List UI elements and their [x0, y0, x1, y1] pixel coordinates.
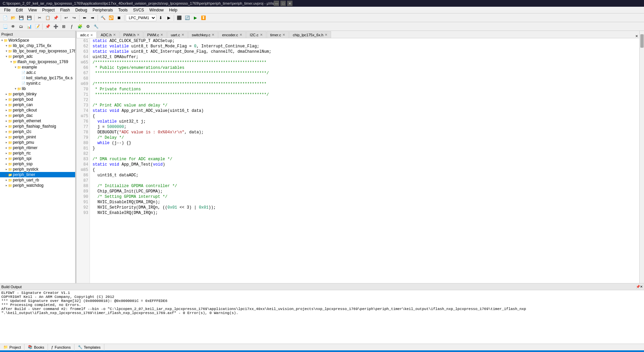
tree-item[interactable]: ▸ 📁 periph_pmu: [0, 140, 75, 145]
file-tab-PWM-h[interactable]: PWM.h✕: [120, 31, 143, 38]
rebuild-button[interactable]: 🔁: [107, 14, 115, 21]
save-button[interactable]: 💾: [17, 14, 25, 21]
watch-button[interactable]: 👁: [9, 23, 17, 30]
file-tab-ADC-h[interactable]: ADC.h✕: [97, 31, 119, 38]
tree-item[interactable]: ▸ 📁 periph_dac: [0, 113, 75, 118]
bottom-tab-templates[interactable]: 🔧Templates: [74, 344, 104, 351]
stop-button[interactable]: ⏹: [115, 14, 123, 21]
function-button[interactable]: ƒ: [68, 23, 75, 30]
tree-item[interactable]: ▸ 📁 periph_ritimer: [0, 145, 75, 150]
tree-item[interactable]: ▸ 📁 periph_can: [0, 102, 75, 107]
disassembly-button[interactable]: 📝: [34, 23, 41, 30]
menu-item-file[interactable]: File: [1, 7, 13, 13]
cut-button[interactable]: ✂: [36, 14, 43, 21]
tree-item[interactable]: 📄 keil_startup_lpc175x_6x.s: [0, 75, 75, 81]
tree-item[interactable]: ▾ 📁 periph_adc: [0, 54, 75, 59]
tree-item[interactable]: ▸ 📁 periph_ssp: [0, 161, 75, 167]
add-watch-button[interactable]: ➕: [52, 23, 59, 30]
tab-close-icon[interactable]: ✕: [137, 33, 140, 37]
tree-item[interactable]: ▸ 📁 periph_ethernet: [0, 118, 75, 124]
project-tree[interactable]: ▾ 📁 WorkSpace ▾ 📁 lib_lpc_chip_175x_6x ▾…: [0, 38, 75, 283]
save-all-button[interactable]: 💾: [25, 14, 33, 21]
right-scrollbar[interactable]: [639, 31, 644, 283]
download-button[interactable]: ⬇: [157, 14, 164, 21]
tab-close-icon[interactable]: ✕: [239, 33, 242, 37]
bottom-tab-functions[interactable]: ƒFunctions: [48, 344, 74, 351]
tree-item[interactable]: ▸ 📁 periph_flashiap_flashsig: [0, 124, 75, 129]
nav-forward-button[interactable]: ➡: [89, 14, 96, 21]
tree-item[interactable]: ▸ 📁 periph_bod: [0, 97, 75, 102]
tree-item[interactable]: ▸ 📁 periph_rtc: [0, 150, 75, 156]
fold-button[interactable]: ⊟: [81, 60, 83, 65]
run-button[interactable]: ▶: [192, 14, 199, 21]
tree-item[interactable]: ▸ 📁 periph_watchdog: [0, 183, 75, 188]
tree-item[interactable]: ▾ 📁 example: [0, 64, 75, 70]
menu-item-tools[interactable]: Tools: [116, 7, 130, 13]
menu-item-help[interactable]: Help: [166, 7, 180, 13]
tab-close-icon[interactable]: ✕: [181, 33, 184, 37]
tree-item[interactable]: ▸ 📁 periph_pinint: [0, 134, 75, 140]
tab-close-icon[interactable]: ✕: [113, 33, 116, 37]
code-content[interactable]: static ADC_CLOCK_SETUP_T ADCSetup;static…: [90, 38, 639, 283]
menu-item-flash[interactable]: Flash: [57, 7, 72, 13]
settings-button[interactable]: ⚙: [84, 23, 92, 30]
menu-item-view[interactable]: View: [25, 7, 40, 13]
build-button[interactable]: 🔨: [99, 14, 107, 21]
file-tab-timer-c[interactable]: timer.c✕: [267, 31, 289, 38]
tree-item[interactable]: ▾ 📁 WorkSpace: [0, 38, 75, 43]
menu-item-edit[interactable]: Edit: [13, 7, 25, 13]
open-file-button[interactable]: 📂: [9, 14, 17, 21]
component-button[interactable]: 🧩: [76, 23, 84, 30]
tree-item[interactable]: ▸ 📁 periph_timer: [0, 172, 75, 177]
tree-item[interactable]: ▾ 📁 lib: [0, 86, 75, 91]
file-tab-uart-c[interactable]: uart.c✕: [167, 31, 188, 38]
menu-item-peripherals[interactable]: Peripherals: [90, 7, 116, 13]
wrench-button[interactable]: 🔧: [92, 23, 100, 30]
fold-button[interactable]: ⊟: [81, 82, 83, 86]
menu-item-svcs[interactable]: SVCS: [130, 7, 147, 13]
tree-item[interactable]: ▾ 📁 lib_lpc_chip_175x_6x: [0, 43, 75, 48]
copy-button[interactable]: 📋: [44, 14, 51, 21]
menu-item-project[interactable]: Project: [40, 7, 57, 13]
target-dropdown[interactable]: LPC_PWM1: [126, 14, 156, 21]
code-container[interactable]: 61626364⊟65666768⊟697071727374⊟757677787…: [76, 38, 639, 283]
fold-button[interactable]: ⊟: [81, 168, 83, 172]
pin-button[interactable]: 📌: [44, 23, 51, 30]
stop-debug-button[interactable]: ⬛: [175, 14, 183, 21]
new-file-button[interactable]: 📄: [1, 14, 9, 21]
debug-button[interactable]: ▶: [165, 14, 172, 21]
register-button[interactable]: 📊: [25, 23, 33, 30]
tab-close-icon[interactable]: ✕: [90, 33, 93, 37]
output-window-button[interactable]: 📃: [1, 23, 9, 30]
bottom-tab-project[interactable]: 📁Project: [0, 344, 24, 351]
tree-item[interactable]: ▸ 📁 periph_blinky: [0, 91, 75, 97]
tree-item[interactable]: ▸ 📁 periph_systick: [0, 167, 75, 172]
file-tab-PWM-c[interactable]: PWM.c✕: [144, 31, 167, 38]
tree-item[interactable]: 📄 sysinit.c: [0, 81, 75, 86]
close-all-tabs-button[interactable]: ✕: [634, 34, 639, 38]
step-button[interactable]: ⏬: [200, 14, 207, 21]
scrollbar-thumb[interactable]: [640, 34, 644, 48]
view-toggle-button[interactable]: ⊞: [60, 23, 67, 30]
undo-button[interactable]: ↩: [62, 14, 70, 21]
nav-back-button[interactable]: ⬅: [81, 14, 88, 21]
reset-button[interactable]: 🔄: [183, 14, 191, 21]
minimize-button[interactable]: —: [274, 1, 279, 6]
tab-close-icon[interactable]: ✕: [260, 33, 263, 37]
build-pin-button[interactable]: 📌: [636, 285, 640, 289]
tab-close-icon[interactable]: ✕: [160, 33, 163, 37]
tab-close-icon[interactable]: ✕: [212, 33, 214, 37]
tab-close-icon[interactable]: ✕: [325, 33, 327, 37]
tree-item[interactable]: ▸ 📁 periph_i2c: [0, 129, 75, 134]
file-tab-encoder-c[interactable]: encoder.c✕: [218, 31, 246, 38]
paste-button[interactable]: 📌: [52, 14, 59, 21]
file-tab-adc-c[interactable]: adc.c✕: [76, 32, 97, 38]
file-tab-I2C-c[interactable]: I2C.c✕: [246, 31, 266, 38]
file-tab-switchkey-c[interactable]: switchkey.c✕: [188, 31, 218, 38]
maximize-button[interactable]: □: [280, 1, 286, 6]
redo-button[interactable]: ↪: [70, 14, 78, 21]
tree-item[interactable]: ▾ 📁 lib_lpc_board_nxp_lpcxpresso_1769: [0, 48, 75, 54]
tab-close-icon[interactable]: ✕: [282, 33, 285, 37]
menu-item-window[interactable]: Window: [147, 7, 166, 13]
bottom-tab-books[interactable]: 📚Books: [24, 344, 48, 351]
